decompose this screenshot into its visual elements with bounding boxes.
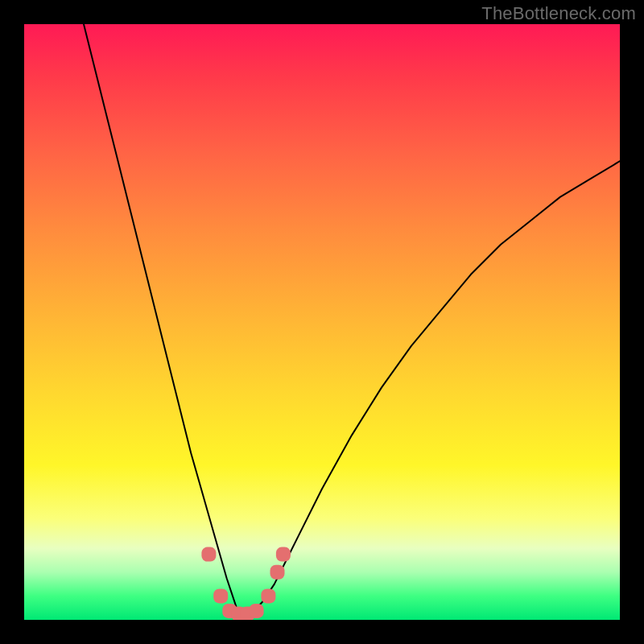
watermark-text: TheBottleneck.com (481, 3, 636, 24)
highlight-point (270, 565, 285, 580)
highlight-point (201, 547, 216, 562)
highlight-point (276, 547, 291, 562)
bottleneck-curve (84, 24, 620, 614)
highlight-point (213, 588, 228, 603)
highlight-point (261, 588, 275, 603)
plot-svg (24, 24, 620, 620)
highlight-point (250, 604, 264, 618)
chart-frame: TheBottleneck.com (0, 0, 644, 644)
plot-area (24, 24, 620, 620)
highlight-markers (201, 547, 291, 620)
